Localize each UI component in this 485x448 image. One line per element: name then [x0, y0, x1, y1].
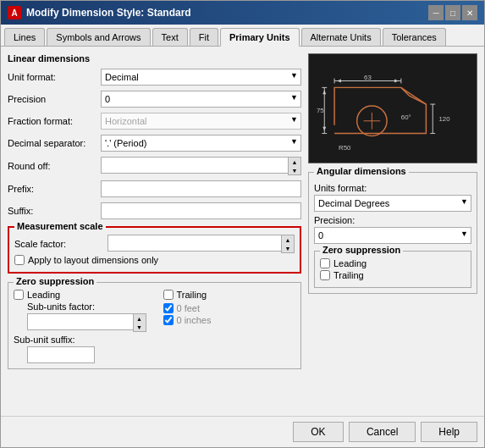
suffix-input[interactable]: [101, 202, 301, 219]
maximize-button[interactable]: □: [445, 5, 460, 20]
scale-factor-input[interactable]: 2500.000000: [107, 235, 281, 252]
tab-text[interactable]: Text: [152, 28, 188, 46]
scale-factor-spinner: 2500.000000 ▲ ▼: [107, 235, 295, 253]
angular-trailing-checkbox[interactable]: [320, 270, 330, 280]
round-off-up-btn[interactable]: ▲: [289, 158, 300, 166]
zero-feet-label: 0 feet: [177, 303, 201, 313]
tab-symbols-arrows[interactable]: Symbols and Arrows: [47, 28, 150, 46]
angular-trailing-label: Trailing: [333, 270, 364, 280]
right-panel: 63 75 120 60° R50: [308, 53, 477, 409]
trailing-checkbox-left[interactable]: [163, 290, 174, 300]
measurement-scale-title: Measurement scale: [14, 221, 106, 231]
angular-zero-suppression-title: Zero suppression: [320, 245, 403, 255]
scale-factor-up-btn[interactable]: ▲: [282, 235, 294, 244]
close-button[interactable]: ✕: [462, 5, 477, 20]
linear-section-label: Linear dimensions: [8, 53, 301, 64]
fraction-format-label: Fraction format:: [8, 116, 101, 126]
apply-to-layout-label: Apply to layout dimensions only: [28, 255, 158, 265]
svg-text:75: 75: [317, 107, 324, 114]
unit-format-select[interactable]: Decimal: [101, 69, 301, 86]
tab-bar: Lines Symbols and Arrows Text Fit Primar…: [1, 25, 484, 47]
zero-feet-checkbox[interactable]: [163, 303, 174, 313]
left-panel: Linear dimensions Unit format: Decimal P…: [8, 53, 301, 409]
cancel-button[interactable]: Cancel: [349, 422, 416, 442]
prefix-input[interactable]: [101, 180, 301, 197]
title-bar: A Modify Dimension Style: Standard ─ □ ✕: [1, 1, 484, 25]
leading-label-left: Leading: [27, 290, 60, 300]
preview-box: 63 75 120 60° R50: [308, 53, 477, 163]
round-off-spinner: 0.00000000 ▲ ▼: [101, 157, 301, 175]
tab-fit[interactable]: Fit: [190, 28, 218, 46]
sub-unit-suffix-label: Sub-unit suffix:: [14, 335, 90, 345]
angular-units-format-select[interactable]: Decimal Degrees: [314, 195, 471, 212]
angular-precision-select-wrapper: 0: [314, 227, 471, 244]
fraction-format-select-wrapper: Horizontal: [101, 113, 301, 130]
sub-units-factor-input[interactable]: 100.000000: [27, 313, 133, 330]
ok-button[interactable]: OK: [293, 422, 344, 442]
minimize-button[interactable]: ─: [428, 5, 444, 20]
fraction-format-select[interactable]: Horizontal: [101, 113, 301, 130]
tab-tolerances[interactable]: Tolerances: [383, 28, 446, 46]
tab-alternate-units[interactable]: Alternate Units: [301, 28, 381, 46]
app-icon: A: [8, 6, 21, 19]
tab-lines[interactable]: Lines: [4, 28, 45, 46]
sub-units-factor-spinner: 100.000000 ▲ ▼: [27, 313, 146, 332]
zero-suppression-left-title: Zero suppression: [14, 276, 96, 286]
angular-precision-select[interactable]: 0: [314, 227, 471, 244]
sub-units-factor-label: Sub-units factor:: [27, 301, 103, 312]
svg-text:60°: 60°: [401, 113, 411, 121]
decimal-separator-label: Decimal separator:: [8, 138, 101, 148]
angular-group: Angular dimensions Units format: Decimal…: [308, 172, 477, 294]
preview-svg: 63 75 120 60° R50: [309, 54, 477, 163]
sub-units-factor-up-btn[interactable]: ▲: [134, 314, 146, 323]
round-off-input[interactable]: 0.00000000: [101, 157, 288, 174]
unit-format-label: Unit format:: [8, 72, 101, 82]
bottom-bar: OK Cancel Help: [1, 416, 484, 447]
angular-precision-label: Precision:: [314, 215, 365, 225]
help-button[interactable]: Help: [421, 422, 477, 442]
unit-format-select-wrapper: Decimal: [101, 69, 301, 86]
sub-units-factor-down-btn[interactable]: ▼: [134, 323, 146, 331]
angular-units-format-select-wrapper: Decimal Degrees: [314, 195, 471, 212]
window-title: Modify Dimension Style: Standard: [26, 7, 191, 19]
leading-checkbox-left[interactable]: [14, 290, 24, 300]
trailing-label-left: Trailing: [177, 290, 207, 300]
angular-leading-checkbox[interactable]: [320, 258, 330, 268]
round-off-down-btn[interactable]: ▼: [289, 166, 300, 174]
main-window: A Modify Dimension Style: Standard ─ □ ✕…: [0, 0, 485, 448]
suffix-label: Suffix:: [8, 206, 101, 216]
angular-units-format-label: Units format:: [314, 183, 382, 193]
zero-suppression-left-group: Zero suppression Leading Sub-units facto…: [8, 282, 301, 369]
scale-factor-label: Scale factor:: [14, 239, 107, 249]
decimal-separator-select[interactable]: '.' (Period): [101, 135, 301, 152]
apply-to-layout-checkbox[interactable]: [14, 255, 25, 265]
angular-title: Angular dimensions: [314, 166, 409, 176]
scale-factor-down-btn[interactable]: ▼: [282, 244, 294, 252]
angular-zero-suppression-group: Zero suppression Leading Trailing: [314, 251, 471, 288]
precision-select[interactable]: 0: [101, 91, 301, 108]
svg-text:R50: R50: [339, 144, 351, 152]
zero-inches-label: 0 inches: [177, 315, 212, 325]
angular-leading-label: Leading: [333, 258, 367, 268]
measurement-scale-group: Measurement scale Scale factor: 2500.000…: [8, 226, 301, 274]
precision-label: Precision: [8, 94, 101, 104]
sub-unit-suffix-input[interactable]: [27, 346, 95, 363]
svg-text:63: 63: [364, 74, 372, 81]
prefix-label: Prefix:: [8, 184, 101, 194]
decimal-separator-select-wrapper: '.' (Period): [101, 135, 301, 152]
svg-text:120: 120: [438, 115, 450, 123]
precision-select-wrapper: 0: [101, 91, 301, 108]
zero-inches-checkbox[interactable]: [163, 315, 174, 325]
tab-primary-units[interactable]: Primary Units: [220, 28, 300, 47]
round-off-label: Round off:: [8, 161, 101, 171]
